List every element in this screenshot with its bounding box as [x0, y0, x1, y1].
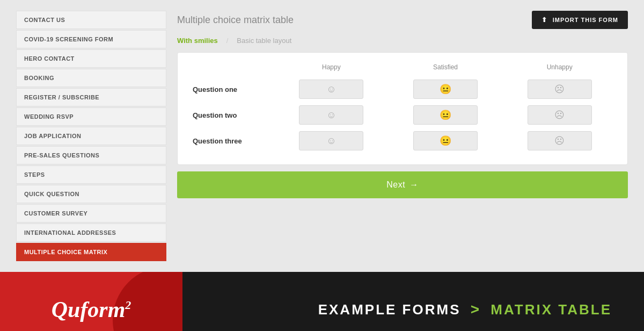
smiley-happy-row2[interactable]: ☺	[299, 105, 363, 125]
tabs-container: With smilies / Basic table layout	[177, 35, 628, 46]
row-label-1: Question one	[188, 76, 274, 102]
matrix-row-2: Question two☺😐☹	[188, 102, 617, 128]
row-label-2: Question two	[188, 102, 274, 128]
sidebar-item-quick-question[interactable]: QUICK QUESTION	[16, 185, 166, 203]
tab-basic-layout[interactable]: Basic table layout	[237, 35, 291, 46]
sidebar-item-multiple-choice-matrix[interactable]: MULTIPLE CHOICE MATRIX	[16, 243, 166, 261]
footer: Quform2 EXAMPLE FORMS > MATRIX TABLE	[0, 272, 644, 331]
smiley-happy-row1[interactable]: ☺	[299, 80, 363, 99]
tab-divider: /	[226, 37, 229, 45]
smiley-satisfied-row3[interactable]: 😐	[413, 131, 478, 150]
sidebar-item-register-subscribe[interactable]: REGISTER / SUBSCRIBE	[16, 88, 166, 106]
matrix-row-1: Question one☺😐☹	[188, 76, 617, 102]
col-header-satisfied: Satisfied	[389, 63, 503, 76]
footer-example-forms: EXAMPLE FORMS > MATRIX TABLE	[318, 301, 612, 318]
sidebar-item-covid-screening[interactable]: COVID-19 SCREENING FORM	[16, 30, 166, 48]
col-header-unhappy: Unhappy	[502, 63, 617, 76]
smiley-happy-row3[interactable]: ☺	[299, 131, 363, 150]
footer-logo: Quform2	[52, 297, 131, 322]
sidebar-item-international-addresses[interactable]: INTERNATIONAL ADDRESSES	[16, 224, 166, 242]
import-form-button[interactable]: IMPORT THIS FORM	[532, 11, 628, 29]
next-button[interactable]: Next →	[177, 171, 628, 198]
upload-icon	[541, 16, 548, 24]
sidebar-item-hero-contact[interactable]: HERO CONTACT	[16, 49, 166, 68]
panel-title: Multiple choice matrix table	[177, 15, 294, 26]
page-wrapper: CONTACT USCOVID-19 SCREENING FORMHERO CO…	[0, 0, 644, 331]
sidebar-item-booking[interactable]: BOOKING	[16, 69, 166, 87]
sidebar: CONTACT USCOVID-19 SCREENING FORMHERO CO…	[16, 11, 166, 261]
smiley-unhappy-row3[interactable]: ☹	[528, 131, 592, 150]
sidebar-item-wedding-rsvp[interactable]: WEDDING RSVP	[16, 107, 166, 126]
smiley-unhappy-row2[interactable]: ☹	[528, 105, 592, 125]
matrix-table: Happy Satisfied Unhappy Question one☺😐☹Q…	[188, 63, 617, 154]
sidebar-item-customer-survey[interactable]: CUSTOMER SURVEY	[16, 204, 166, 222]
main-content: CONTACT USCOVID-19 SCREENING FORMHERO CO…	[0, 0, 644, 272]
col-header-empty	[188, 63, 274, 76]
matrix-row-3: Question three☺😐☹	[188, 128, 617, 154]
matrix-card: Happy Satisfied Unhappy Question one☺😐☹Q…	[177, 52, 628, 165]
sidebar-item-contact-us[interactable]: CONTACT US	[16, 11, 166, 29]
sidebar-item-job-application[interactable]: JOB APPLICATION	[16, 127, 166, 145]
col-header-happy: Happy	[274, 63, 389, 76]
right-panel: Multiple choice matrix table IMPORT THIS…	[177, 11, 628, 261]
matrix-header-row: Happy Satisfied Unhappy	[188, 63, 617, 76]
smiley-satisfied-row2[interactable]: 😐	[413, 105, 478, 125]
sidebar-item-steps[interactable]: STEPS	[16, 166, 166, 184]
smiley-satisfied-row1[interactable]: 😐	[413, 80, 478, 99]
footer-left: Quform2	[0, 272, 182, 331]
footer-right: EXAMPLE FORMS > MATRIX TABLE	[182, 272, 644, 331]
row-label-3: Question three	[188, 128, 274, 154]
smiley-unhappy-row1[interactable]: ☹	[528, 80, 592, 99]
panel-header: Multiple choice matrix table IMPORT THIS…	[177, 11, 628, 29]
tab-with-smilies[interactable]: With smilies	[177, 35, 218, 46]
sidebar-item-pre-sales[interactable]: PRE-SALES QUESTIONS	[16, 146, 166, 164]
